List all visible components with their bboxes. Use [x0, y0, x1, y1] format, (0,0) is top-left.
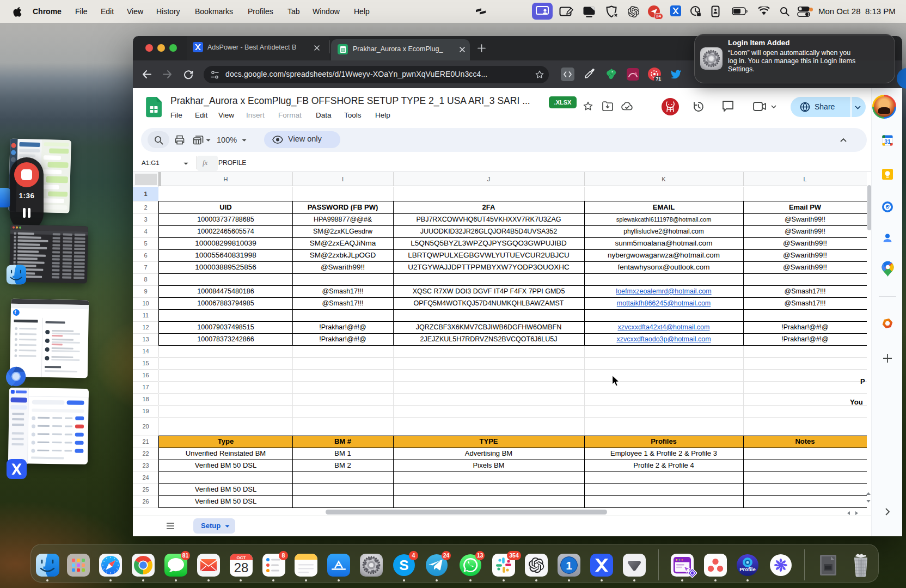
svg-text:31: 31	[884, 138, 891, 145]
svg-text:S: S	[399, 557, 408, 573]
svg-text:1: 1	[566, 559, 572, 572]
svg-text:Profile: Profile	[739, 566, 756, 572]
svg-text:OCT: OCT	[237, 555, 246, 560]
svg-text:28: 28	[234, 560, 249, 575]
